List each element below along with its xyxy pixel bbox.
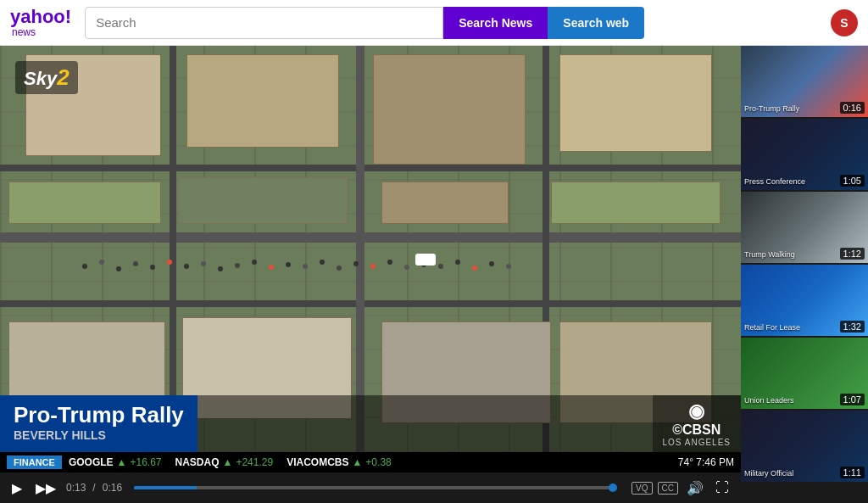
- svg-point-15: [337, 265, 342, 271]
- ticker-item-google: GOOGLE ▲ +16.67: [69, 456, 162, 468]
- thumb-duration-3: 1:12: [840, 248, 865, 260]
- play-button[interactable]: ▶: [8, 478, 25, 498]
- svg-point-14: [320, 260, 325, 265]
- sidebar: Pro-Trump Rally 0:16 Press Conference 1:…: [741, 46, 868, 503]
- cbsn-logo: ◉ ©CBSN LOS ANGELES: [653, 395, 741, 452]
- controls-right: VQ CC 🔊 ⛶: [632, 478, 732, 498]
- volume-button[interactable]: 🔊: [683, 478, 707, 498]
- progress-bar[interactable]: [134, 486, 613, 489]
- ticker-viacom-arrow: ▲: [352, 456, 362, 468]
- svg-point-24: [489, 261, 494, 266]
- building: [178, 177, 348, 224]
- svg-point-4: [150, 265, 155, 270]
- svg-point-1: [99, 260, 104, 265]
- next-button[interactable]: ▶▶: [32, 478, 59, 498]
- svg-point-9: [235, 263, 240, 268]
- search-news-button[interactable]: Search News: [443, 7, 548, 39]
- time-current: 0:13: [66, 482, 86, 494]
- ticker-google-arrow: ▲: [117, 456, 127, 468]
- yahoo-logo[interactable]: yahoo! news: [10, 8, 71, 38]
- sky2-logo: Sky2: [15, 61, 78, 94]
- cbsn-eye: ◉: [688, 400, 704, 422]
- main-content: Sky2 Pro-Trump Rally BEVERLY HILLS ◉ ©CB…: [0, 46, 868, 503]
- progress-dot: [609, 483, 617, 492]
- building: [559, 54, 712, 152]
- vq-badge: VQ: [632, 482, 652, 495]
- building: [8, 182, 161, 224]
- cbsn-city: LOS ANGELES: [663, 438, 731, 447]
- aerial-background: [0, 46, 741, 452]
- building: [381, 182, 509, 224]
- svg-point-2: [116, 266, 121, 271]
- ticker-google-val: +16.67: [130, 456, 161, 468]
- thumb-duration-1: 0:16: [840, 102, 865, 114]
- ticker-bar: FINANCE GOOGLE ▲ +16.67 NASDAQ ▲ +241.29…: [0, 452, 741, 472]
- thumb-duration-6: 1:11: [840, 467, 865, 478]
- road: [0, 232, 741, 243]
- fullscreen-button[interactable]: ⛶: [712, 478, 732, 497]
- ticker-google-name: GOOGLE: [69, 456, 114, 468]
- ticker-finance-label: FINANCE: [7, 455, 62, 469]
- building: [186, 54, 339, 148]
- thumb-duration-5: 1:07: [840, 394, 865, 405]
- svg-point-25: [506, 264, 511, 269]
- thumb-duration-4: 1:32: [840, 321, 865, 333]
- svg-point-16: [353, 261, 359, 266]
- svg-point-3: [133, 261, 138, 266]
- ticker-item-viacom: VIACOMCBS ▲ +0.38: [287, 456, 392, 468]
- progress-fill: [134, 486, 196, 489]
- search-input[interactable]: [85, 7, 443, 39]
- svg-point-17: [370, 264, 376, 269]
- search-bar: Search News Search web: [85, 7, 644, 39]
- svg-point-8: [218, 266, 223, 271]
- thumb-duration-2: 1:05: [840, 175, 865, 187]
- ticker-viacom-val: +0.38: [365, 456, 391, 468]
- svg-point-6: [184, 264, 189, 269]
- ticker-nasdaq-arrow: ▲: [223, 456, 233, 468]
- rally-subtitle: BEVERLY HILLS: [14, 428, 184, 442]
- svg-point-10: [252, 260, 257, 265]
- svg-point-11: [269, 265, 274, 270]
- road: [0, 165, 741, 171]
- rally-banner: Pro-Trump Rally BEVERLY HILLS: [0, 395, 198, 452]
- video-player[interactable]: Sky2 Pro-Trump Rally BEVERLY HILLS ◉ ©CB…: [0, 46, 741, 503]
- svg-point-19: [404, 265, 409, 270]
- building: [373, 54, 526, 165]
- car: [415, 254, 436, 265]
- svg-point-21: [438, 264, 443, 269]
- ticker-nasdaq-val: +241.29: [236, 456, 273, 468]
- search-web-button[interactable]: Search web: [548, 7, 644, 39]
- svg-point-7: [201, 261, 206, 266]
- cc-badge: CC: [658, 482, 678, 495]
- sidebar-thumb-4[interactable]: Retail For Lease 1:32: [741, 265, 868, 336]
- cbsn-text: ©CBSN: [672, 422, 721, 438]
- video-frame: Sky2 Pro-Trump Rally BEVERLY HILLS ◉ ©CB…: [0, 46, 741, 452]
- svg-point-12: [286, 262, 291, 267]
- sidebar-thumb-3[interactable]: Trump Walking 1:12: [741, 192, 868, 263]
- lower-third: Pro-Trump Rally BEVERLY HILLS ◉ ©CBSN LO…: [0, 395, 741, 452]
- banner-spacer: [198, 395, 653, 452]
- sidebar-thumb-1[interactable]: Pro-Trump Rally 0:16: [741, 46, 868, 117]
- sidebar-thumb-5[interactable]: Union Leaders 1:07: [741, 338, 868, 409]
- sidebar-thumb-6[interactable]: Military Official 1:11: [741, 411, 868, 482]
- svg-point-13: [303, 264, 308, 269]
- svg-point-23: [472, 265, 477, 271]
- ticker-item-nasdaq: NASDAQ ▲ +241.29: [175, 456, 274, 468]
- sidebar-thumb-2[interactable]: Press Conference 1:05: [741, 119, 868, 190]
- crowd: [68, 245, 526, 288]
- rally-title: Pro-Trump Rally: [14, 402, 184, 428]
- svg-point-0: [82, 264, 87, 269]
- svg-point-22: [455, 260, 460, 265]
- time-total: 0:16: [103, 482, 122, 494]
- avatar[interactable]: S: [831, 9, 858, 36]
- video-controls: ▶ ▶▶ 0:13 / 0:16 VQ CC 🔊 ⛶: [0, 472, 741, 503]
- news-label: news: [12, 26, 71, 38]
- ticker-viacom-name: VIACOMCBS: [287, 456, 348, 468]
- sky-text: Sky: [24, 68, 57, 89]
- svg-point-18: [387, 260, 392, 265]
- banner-row: Pro-Trump Rally BEVERLY HILLS ◉ ©CBSN LO…: [0, 395, 741, 452]
- header: yahoo! news Search News Search web S: [0, 0, 868, 46]
- ticker-weather: 74° 7:46 PM: [678, 456, 734, 468]
- time-sep: /: [92, 482, 95, 494]
- sky-number: 2: [57, 64, 69, 90]
